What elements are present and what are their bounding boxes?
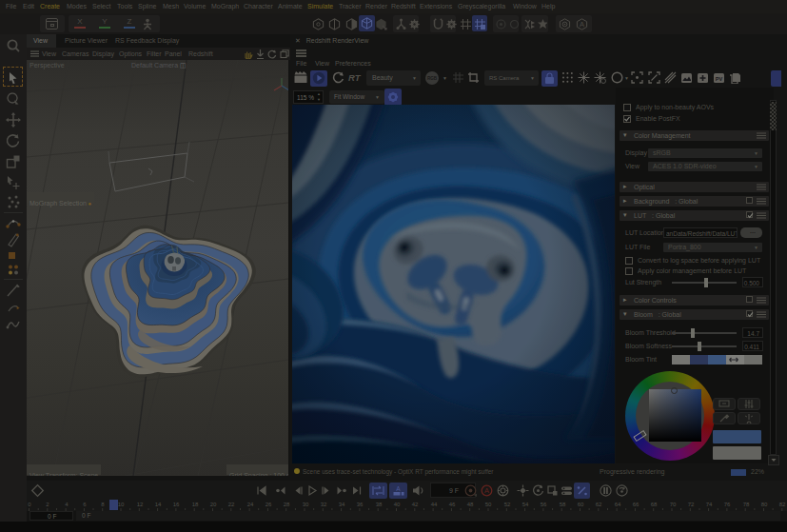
svg-text:A: A bbox=[580, 20, 584, 29]
svg-text:PV: PV bbox=[716, 76, 723, 82]
svg-text:A: A bbox=[484, 486, 489, 495]
svg-text:A: A bbox=[396, 485, 401, 492]
svg-text:RGB: RGB bbox=[427, 76, 438, 81]
